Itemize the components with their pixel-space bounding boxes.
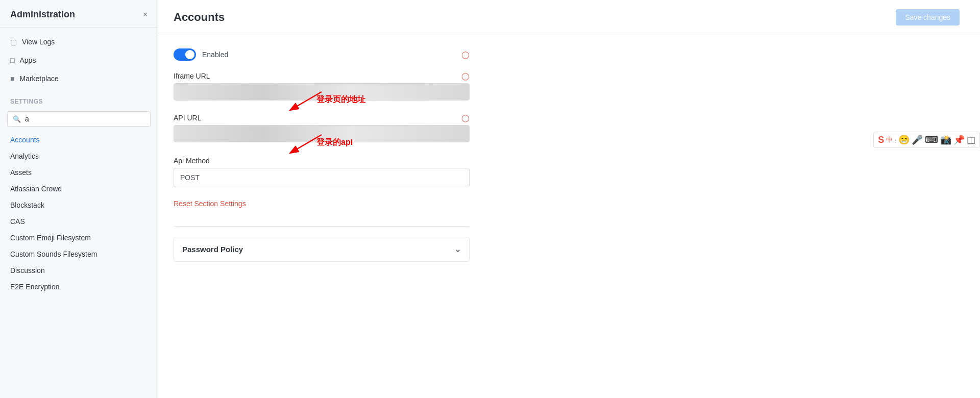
iframe-url-label: Iframe URL xyxy=(174,72,210,80)
sidebar: Administration × ▢ View Logs □ Apps ■ Ma… xyxy=(0,0,158,398)
mic-icon[interactable]: 🎤 xyxy=(912,134,923,145)
nav-label-view-logs: View Logs xyxy=(22,38,55,46)
sogou-icon[interactable]: S xyxy=(878,135,884,145)
main-panel: Accounts Save changes Enabled ◯ Iframe U… xyxy=(158,0,980,398)
sidebar-item-marketplace[interactable]: ■ Marketplace xyxy=(0,69,158,88)
enabled-reset-icon[interactable]: ◯ xyxy=(461,51,470,59)
iframe-url-reset-icon[interactable]: ◯ xyxy=(461,72,470,80)
api-method-select[interactable]: POST GET xyxy=(174,168,470,187)
sidebar-item-custom-emoji[interactable]: Custom Emoji Filesystem xyxy=(0,230,158,246)
smiley-icon[interactable]: 😁 xyxy=(898,134,910,145)
api-url-label: API URL xyxy=(174,114,201,122)
sidebar-item-cas[interactable]: CAS xyxy=(0,213,158,230)
main-header: Accounts Save changes xyxy=(158,0,980,33)
reset-section-button[interactable]: Reset Section Settings xyxy=(174,196,246,211)
sidebar-header: Administration × xyxy=(0,0,158,28)
sidebar-item-custom-sounds[interactable]: Custom Sounds Filesystem xyxy=(0,246,158,262)
enabled-row: Enabled ◯ xyxy=(174,48,470,61)
api-method-field: Api Method POST GET xyxy=(174,157,628,196)
iframe-url-input[interactable] xyxy=(174,83,470,101)
api-method-label-row: Api Method xyxy=(174,157,470,165)
search-box[interactable]: 🔍 xyxy=(7,111,151,127)
sidebar-item-e2e[interactable]: E2E Encryption xyxy=(0,279,158,295)
chevron-down-icon: ⌄ xyxy=(454,244,461,254)
api-method-label: Api Method xyxy=(174,157,210,165)
keyboard-icon[interactable]: ⌨ xyxy=(925,134,938,145)
marketplace-icon: ■ xyxy=(10,74,14,83)
sidebar-nav: ▢ View Logs □ Apps ■ Marketplace xyxy=(0,28,158,93)
pin-icon[interactable]: 📌 xyxy=(953,134,965,145)
toggle-knob xyxy=(185,50,194,59)
sidebar-item-view-logs[interactable]: ▢ View Logs xyxy=(0,33,158,51)
close-icon[interactable]: × xyxy=(143,10,148,19)
iframe-url-label-row: Iframe URL ◯ xyxy=(174,72,470,80)
accordion-header[interactable]: Password Policy ⌄ xyxy=(174,237,469,261)
sidebar-item-atlassian-crowd[interactable]: Atlassian Crowd xyxy=(0,181,158,197)
apps-icon: □ xyxy=(10,56,14,64)
file-icon: ▢ xyxy=(10,38,17,46)
search-input[interactable] xyxy=(25,115,145,123)
search-icon: 🔍 xyxy=(13,115,21,123)
shirt-icon[interactable]: 📸 xyxy=(940,134,951,145)
api-url-reset-icon[interactable]: ◯ xyxy=(461,114,470,122)
taskbar-overlay: S 中 · 😁 🎤 ⌨ 📸 📌 ◫ xyxy=(873,132,980,148)
sidebar-title: Administration xyxy=(10,9,75,20)
main-content: Enabled ◯ Iframe URL ◯ 登录页的地址 xyxy=(158,33,648,285)
sidebar-item-accounts[interactable]: Accounts xyxy=(0,132,158,148)
dot-icon: · xyxy=(895,137,896,143)
password-policy-accordion[interactable]: Password Policy ⌄ xyxy=(174,237,470,262)
sidebar-item-discussion[interactable]: Discussion xyxy=(0,262,158,279)
nav-label-marketplace: Marketplace xyxy=(19,74,58,83)
page-title: Accounts xyxy=(174,11,225,24)
api-url-input[interactable] xyxy=(174,125,470,142)
toggle-left: Enabled xyxy=(174,48,228,61)
enabled-toggle[interactable] xyxy=(174,48,196,61)
nav-label-apps: Apps xyxy=(19,56,36,64)
api-url-label-row: API URL ◯ xyxy=(174,114,470,122)
accordion-title: Password Policy xyxy=(182,245,243,254)
sidebar-item-analytics[interactable]: Analytics xyxy=(0,148,158,164)
sidebar-item-apps[interactable]: □ Apps xyxy=(0,51,158,69)
save-button[interactable]: Save changes xyxy=(896,9,960,26)
iframe-url-field: Iframe URL ◯ xyxy=(174,72,628,110)
grid-icon[interactable]: ◫ xyxy=(967,134,975,145)
sidebar-item-assets[interactable]: Assets xyxy=(0,164,158,181)
settings-section-label: Settings xyxy=(0,93,158,108)
cn-icon[interactable]: 中 xyxy=(886,135,893,144)
api-url-field: API URL ◯ xyxy=(174,114,628,152)
enabled-label: Enabled xyxy=(202,51,228,59)
sidebar-item-blockstack[interactable]: Blockstack xyxy=(0,197,158,213)
section-divider xyxy=(174,226,470,227)
